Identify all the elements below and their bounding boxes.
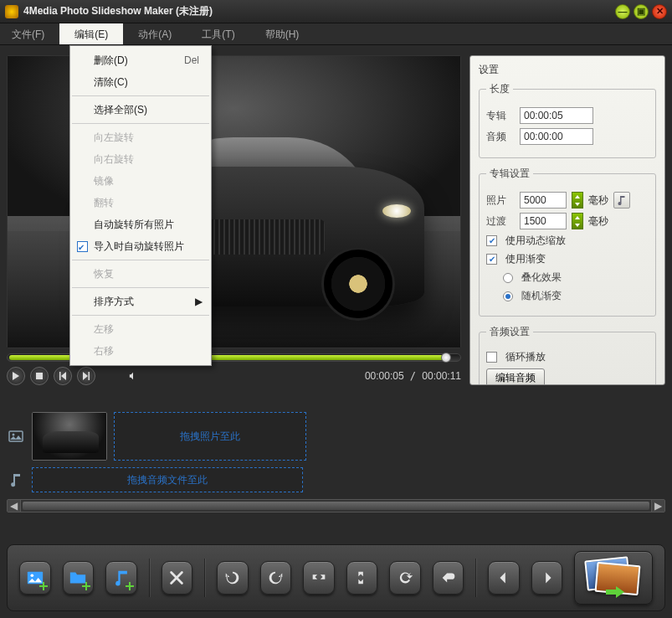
time-current: 00:00:05 [365,370,404,382]
volume-icon[interactable] [124,367,142,385]
timeline-scrollbar[interactable]: ◀ ▶ [7,499,665,512]
plus-icon [39,582,48,590]
dd-delete[interactable]: 删除(D) Del [70,49,211,71]
timecode: 00:00:05 / 00:00:11 [365,370,461,382]
window-title: 4Media Photo Slideshow Maker (未注册) [23,4,213,18]
audio-settings-group: 音频设置 循环播放 编辑音频 [479,325,656,385]
audio-length-field[interactable] [520,128,593,145]
scroll-right-button[interactable]: ▶ [651,500,664,512]
random-gradient-label: 随机渐变 [521,289,562,303]
maximize-button[interactable]: ▣ [634,4,649,19]
dd-move-left: 左移 [70,318,211,340]
dd-flip: 翻转 [70,192,211,214]
photo-duration-label: 照片 [486,193,515,208]
album-length-field[interactable] [520,107,593,124]
prev-button[interactable] [54,367,72,385]
dd-separator [72,95,209,96]
dd-delete-shortcut: Del [184,53,199,68]
timeline-area: 拖拽照片至此 拖拽音频文件至此 ◀ ▶ [7,412,665,516]
close-button[interactable]: ✕ [652,4,667,19]
audio-track: 拖拽音频文件至此 [7,467,665,492]
app-icon [5,5,18,18]
dd-sort[interactable]: 排序方式 ▶ [70,291,211,312]
plus-icon [82,582,90,590]
mirror-vertical-button[interactable] [346,561,378,595]
ms-unit: 毫秒 [588,193,608,208]
dd-separator [72,287,209,288]
menubar: 文件(F) 编辑(E) 动作(A) 工具(T) 帮助(H) [0,23,672,45]
play-button[interactable] [7,367,25,385]
add-photo-button[interactable] [19,561,51,595]
menu-edit[interactable]: 编辑(E) [59,23,123,44]
dd-rotate-left: 向左旋转 [70,126,211,148]
photo-dropzone[interactable]: 拖拽照片至此 [114,412,306,461]
transport-controls: 00:00:05 / 00:00:11 [7,367,461,385]
delete-button[interactable] [162,561,193,595]
dd-restore: 恢复 [70,263,211,285]
transition-duration-spinner[interactable] [572,213,583,229]
export-button[interactable] [574,551,653,605]
overlay-effect-radio[interactable] [503,273,513,283]
stop-button[interactable] [30,367,49,385]
album-settings-legend: 专辑设置 [486,167,533,181]
dynamic-zoom-checkbox[interactable] [486,235,497,246]
rotate-ccw-button[interactable] [217,561,249,595]
photo-duration-spinner[interactable] [572,192,583,209]
scroll-thumb[interactable] [23,502,649,510]
progress-knob[interactable] [441,353,451,363]
time-total: 00:00:11 [422,370,461,382]
audio-settings-legend: 音频设置 [486,325,533,339]
menu-file[interactable]: 文件(F) [10,23,59,44]
menu-help[interactable]: 帮助(H) [250,23,315,44]
dd-move-right: 右移 [70,340,211,362]
dd-select-all[interactable]: 选择全部(S) [70,99,211,121]
dd-delete-label: 删除(D) [94,53,128,68]
loop-play-label: 循环播放 [505,350,546,364]
music-note-button[interactable] [613,192,630,209]
titlebar: 4Media Photo Slideshow Maker (未注册) — ▣ ✕ [0,0,672,23]
menu-tools[interactable]: 工具(T) [187,23,249,44]
dd-clear[interactable]: 清除(C) [70,71,211,93]
submenu-arrow-icon: ▶ [195,294,203,309]
audio-length-label: 音频 [486,130,515,144]
move-right-button[interactable] [531,561,563,595]
album-settings-group: 专辑设置 照片 毫秒 过渡 毫秒 使用动态缩放 使用渐变 [479,167,656,317]
loop-play-checkbox[interactable] [486,352,497,363]
mirror-horizontal-button[interactable] [303,561,335,595]
use-gradient-checkbox[interactable] [486,254,497,265]
svg-rect-0 [36,373,43,379]
svg-point-4 [30,574,33,577]
move-left-button[interactable] [488,561,520,595]
add-music-button[interactable] [105,561,137,595]
use-gradient-label: 使用渐变 [505,252,546,266]
transition-duration-field[interactable] [520,213,567,229]
dd-separator [72,123,209,124]
dd-auto-rotate-all[interactable]: 自动旋转所有照片 [70,214,211,235]
audio-dropzone[interactable]: 拖拽音频文件至此 [32,467,303,492]
transition-duration-label: 过渡 [486,214,515,229]
check-icon [77,241,88,252]
photo-duration-field[interactable] [520,192,567,209]
dd-rotate-right: 向右旋转 [70,148,211,170]
ms-unit: 毫秒 [588,214,608,229]
add-folder-button[interactable] [63,561,95,595]
random-gradient-radio[interactable] [503,291,513,301]
settings-title: 设置 [479,63,656,77]
undo-button[interactable] [433,561,464,595]
dynamic-zoom-label: 使用动态缩放 [505,234,566,248]
dd-separator [72,260,209,260]
refresh-button[interactable] [389,561,421,595]
edit-audio-button[interactable]: 编辑音频 [486,368,545,385]
rotate-cw-button[interactable] [260,561,292,595]
edit-dropdown: 删除(D) Del 清除(C) 选择全部(S) 向左旋转 向右旋转 镜像 翻转 … [69,45,212,366]
timeline-thumbnail[interactable] [32,412,107,461]
length-group: 长度 专辑 音频 [479,82,656,158]
overlay-effect-label: 叠化效果 [521,270,562,285]
dd-mirror: 镜像 [70,170,211,192]
plus-icon [126,582,134,590]
scroll-left-button[interactable]: ◀ [8,500,21,512]
menu-action[interactable]: 动作(A) [123,23,187,44]
minimize-button[interactable]: — [615,4,630,19]
next-button[interactable] [77,367,95,385]
dd-auto-rotate-import[interactable]: 导入时自动旋转照片 [70,235,211,257]
